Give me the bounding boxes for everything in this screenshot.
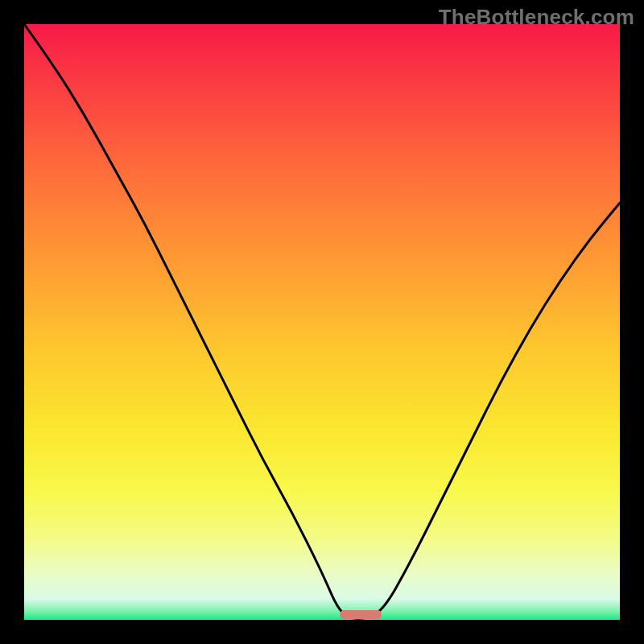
bottleneck-plot [24,24,620,620]
chart-frame: TheBottleneck.com [0,0,644,644]
optimum-marker [340,610,382,619]
gradient-background [24,24,620,620]
